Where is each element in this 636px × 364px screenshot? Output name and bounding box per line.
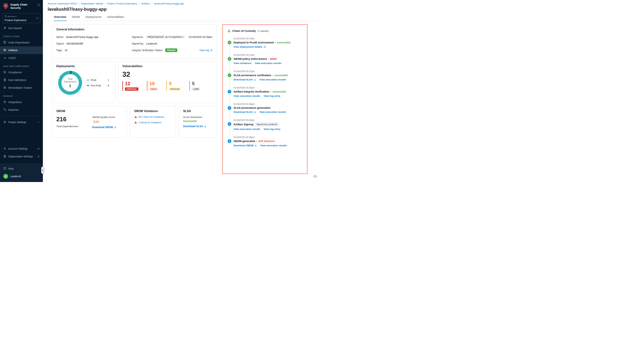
allow-list-violations-row: 637 Allow list Violations: [134, 116, 172, 118]
sidebar-item-help[interactable]: Help: [0, 165, 43, 172]
chevron-right-icon: [36, 16, 38, 20]
view-execution-results-link[interactable]: View execution results: [259, 110, 286, 113]
link-label: View execution results: [234, 128, 260, 130]
event-title: SBOM policy enforcement: [234, 58, 267, 60]
link-label: View execution results: [260, 144, 287, 147]
card-title: General Information: [56, 28, 212, 31]
sidebar-item-artifacts[interactable]: Artifacts: [0, 46, 43, 54]
sidebar-item-get-started[interactable]: Get Started: [0, 24, 43, 32]
dash: -: [272, 74, 273, 77]
cube-icon: [3, 48, 6, 52]
vulnerabilities-total: 32: [122, 70, 212, 78]
sidebar-item-cicd[interactable]: ∞ CI/CD: [0, 54, 43, 62]
pipeline-stage-icon: [228, 57, 231, 61]
view-execution-results-link[interactable]: View execution results: [234, 94, 260, 97]
sidebar-item-integrations[interactable]: Integrations: [0, 98, 43, 106]
download-sbom-link[interactable]: Download SBOM: [92, 126, 116, 129]
info-icon[interactable]: [37, 148, 40, 150]
hexagon-target-icon: [3, 86, 6, 90]
card-title: SLSA: [183, 110, 212, 113]
sidebar-collapse-handle[interactable]: [41, 166, 44, 174]
deny-list-violations-link[interactable]: 2 Deny list Violations: [138, 121, 162, 124]
sidebar-item-pipelines[interactable]: Pipelines: [0, 106, 43, 114]
module-switcher-icon[interactable]: [37, 4, 40, 7]
view-log-entry-link[interactable]: View log entry: [264, 94, 280, 97]
digest-value: 8d23bd3b5d8f: [66, 42, 83, 45]
view-log-link[interactable]: View log: [199, 49, 212, 52]
nav-label: Integrations: [8, 101, 22, 104]
download-slsa-link[interactable]: Download SLSA: [183, 125, 206, 128]
link-label: Download SLSA: [234, 110, 253, 113]
sidebar-item-organization-settings[interactable]: Organization Settings: [0, 152, 43, 160]
chain-event-4: 01/16/2025 03:26pm Artifact Integrity Ve…: [234, 86, 302, 97]
vulnerabilities-card: Vulnerabilities 32 12 CRITICAL 10 HIGH: [118, 61, 216, 103]
breadcrumb-project[interactable]: Project: Product Exploratory: [107, 2, 137, 5]
event-title: Artifact Integrity Verification: [234, 90, 269, 93]
project-selector[interactable]: PROJECT Product Exploratory: [2, 13, 40, 23]
support-headset-icon[interactable]: [313, 174, 317, 179]
app-title: Supply Chain Security: [10, 3, 29, 10]
infinity-icon: ∞: [3, 56, 6, 60]
chain-title: Chain of Custody: [232, 29, 256, 32]
user-menu[interactable]: L Lavakush: [0, 172, 43, 180]
severity-count: 12: [125, 81, 138, 86]
quality-score-badge: 6.13: [92, 120, 100, 124]
sidebar-item-remediation-tracker[interactable]: Remediation Tracker: [0, 84, 43, 92]
sidebar-item-rule-definitions[interactable]: Rule Definitions: [0, 76, 43, 84]
nav-label: Help: [8, 167, 14, 170]
tab-deployments[interactable]: Deployments: [85, 14, 102, 21]
chain-event-5: 01/16/2025 03:26pm SLSA provenance gener…: [234, 103, 302, 113]
download-icon: [204, 125, 206, 127]
info-icon[interactable]: [37, 155, 40, 158]
deployments-donut-chart: Total Deployments 1: [58, 71, 82, 95]
nav-label: Rule Definitions: [8, 78, 26, 82]
view-deployment-details-link[interactable]: View deployment details: [234, 46, 266, 48]
event-timestamp: 01/16/2025 03:27pm: [234, 54, 302, 56]
plug-icon: [3, 100, 6, 104]
view-violations-link[interactable]: View violations: [234, 62, 252, 64]
severity-critical: 12 CRITICAL: [122, 81, 138, 91]
link-label: View deployment details: [234, 46, 262, 48]
dash: -: [270, 90, 271, 93]
repository-icon: [3, 41, 6, 44]
dash: -: [275, 41, 276, 44]
allow-list-violations-link[interactable]: 637 Allow list Violations: [138, 116, 164, 118]
download-sbom-link[interactable]: Download SBOM: [234, 144, 257, 147]
legend-count: 1: [108, 78, 109, 82]
nav-section-supply-chain: SUPPLY CHAIN: [0, 32, 43, 39]
severity-medium: 5 MEDIUM: [166, 81, 181, 91]
download-slsa-link[interactable]: Download SLSA: [234, 78, 256, 81]
breadcrumb-account[interactable]: Account: Automation-SSCA: [48, 2, 77, 5]
tab-sbom[interactable]: SBOM: [72, 14, 80, 21]
view-log-entry-link[interactable]: View log entry: [264, 128, 280, 130]
nav-label: Account Settings: [8, 147, 28, 150]
tab-overview[interactable]: Overview: [54, 14, 66, 21]
link-label: Download SBOM: [92, 126, 113, 129]
view-execution-results-link[interactable]: View execution results: [259, 78, 286, 81]
overview-cards: General Information Name: lavakush07/eas…: [52, 24, 216, 138]
breadcrumb-current[interactable]: lavakush07/easy-buggy-app: [154, 2, 184, 5]
view-execution-results-link[interactable]: View execution results: [260, 144, 287, 147]
general-information-card: General Information Name: lavakush07/eas…: [52, 24, 216, 58]
breadcrumb-organization[interactable]: Organization: default: [81, 2, 103, 5]
sidebar-item-project-settings[interactable]: Project Settings: [0, 118, 43, 126]
gear-icon: [3, 120, 6, 124]
nav-label: Remediation Tracker: [8, 86, 32, 89]
tab-vulnerabilities[interactable]: Vulnerabilities: [106, 14, 124, 21]
link-label: View execution results: [259, 78, 286, 81]
view-execution-results-link[interactable]: View execution results: [255, 62, 282, 64]
app-brand: Supply Chain Security: [0, 0, 43, 12]
breadcrumb: Account: Automation-SSCA › Organization:…: [48, 2, 313, 5]
sidebar-item-account-settings[interactable]: Account Settings: [0, 145, 43, 152]
severity-chip: LOW: [192, 88, 200, 91]
sidebar-item-code-repositories[interactable]: Code Repositories: [0, 39, 43, 46]
breadcrumb-artifacts[interactable]: Artifacts: [141, 2, 150, 5]
view-execution-results-link[interactable]: View execution results: [234, 128, 260, 130]
download-slsa-link[interactable]: Download SLSA: [234, 110, 256, 113]
sidebar-item-compliance[interactable]: Compliance: [0, 68, 43, 76]
link-label: View execution results: [234, 94, 260, 97]
project-icon: [4, 15, 7, 18]
event-status: successful: [274, 74, 288, 77]
building-icon: [3, 155, 6, 158]
project-name: Product Exploratory: [4, 19, 26, 22]
